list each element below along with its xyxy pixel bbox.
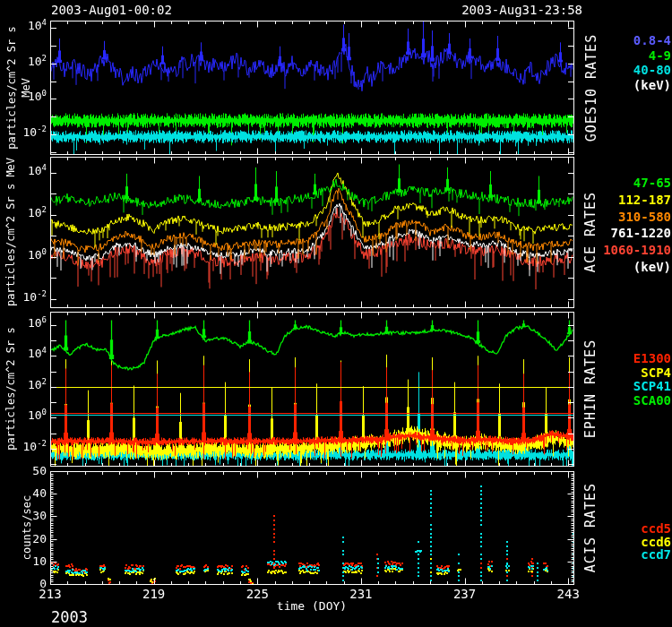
x-tick-label: 237 [445,587,485,601]
legend-acis-ccd6: ccd6 [641,535,671,549]
y-axis-label-ace: particles/cm^2 Sr s MeV [4,157,18,307]
legend-goes10-084: 0.8-4 [633,33,671,47]
y-tick-label: 104 [2,19,47,32]
x-tick-label: 213 [30,587,70,601]
legend-ephin-SCP41: SCP41 [633,379,671,393]
y-tick-label: 104 [2,164,47,177]
space-weather-plot: 2003-Aug01-00:02 2003-Aug31-23:58 time (… [0,0,672,627]
y-tick-label: 100 [2,408,47,422]
legend-ace-10601910: 1060-1910 [603,243,671,257]
y-tick-label: 20 [2,532,47,545]
panel-title-ace: ACE RATES [582,157,599,307]
x-tick-label: 243 [548,587,588,601]
legend-acis-ccd5: ccd5 [641,521,671,536]
legend-ace-310580: 310-580 [618,210,671,224]
chart-canvas [0,0,672,627]
legend-ace-keV: (keV) [633,260,671,274]
legend-ace-7611220: 761-1220 [611,226,671,240]
panel-title-ephin: EPHIN RATES [582,312,599,466]
start-date-label: 2003-Aug01-00:02 [51,3,172,17]
year-label: 2003 [51,608,88,626]
y-tick-label: 102 [2,55,47,68]
x-tick-label: 219 [134,587,174,601]
x-tick-label: 231 [341,587,381,601]
y-tick-label: 30 [2,509,47,522]
end-date-label: 2003-Aug31-23:58 [461,3,582,17]
y-tick-label: 102 [2,378,47,391]
y-tick-label: 10-2 [2,125,47,139]
y-tick-label: 100 [2,248,47,262]
legend-ace-112187: 112-187 [618,193,671,207]
y-tick-label: 10-2 [2,290,47,304]
y-tick-label: 100 [2,90,47,103]
legend-goes10-4080: 40-80 [633,63,671,77]
y-tick-label: 106 [2,316,47,330]
y-tick-label: 104 [2,347,47,360]
legend-acis-ccd7: ccd7 [641,547,671,562]
legend-goes10-49: 4-9 [649,48,671,63]
y-tick-label: 10-2 [2,440,47,453]
y-tick-label: 50 [2,464,47,477]
y-tick-label: 40 [2,486,47,500]
panel-title-acis: ACIS RATES [582,471,599,584]
y-tick-label: 10 [2,554,47,568]
legend-ephin-SCP4: SCP4 [641,365,671,380]
legend-ace-4765: 47-65 [633,176,671,190]
legend-goes10-keV: (keV) [633,78,671,92]
legend-ephin-E1300: E1300 [633,351,671,365]
legend-ephin-SCA00: SCA00 [633,393,671,408]
y-tick-label: 102 [2,206,47,219]
panel-title-goes10: GOES10 RATES [582,21,599,154]
x-tick-label: 225 [237,587,277,601]
x-axis-label: time (DOY) [222,599,401,613]
